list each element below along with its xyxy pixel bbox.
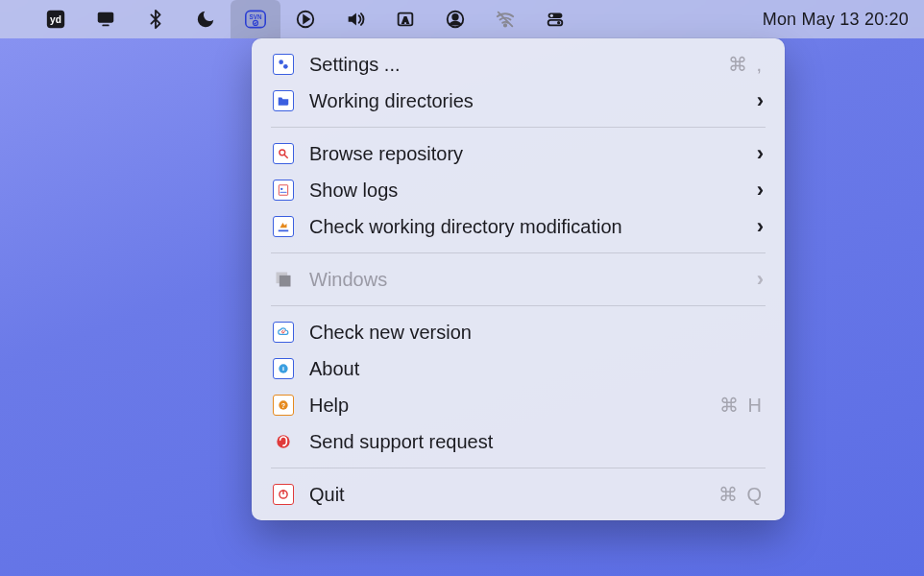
yd-icon[interactable]: yd	[31, 0, 81, 38]
menu-label: Quit	[309, 484, 718, 506]
chevron-right-icon: ›	[757, 143, 764, 164]
menu-shortcut: ⌘ ,	[728, 53, 764, 76]
help-icon: ?	[273, 395, 294, 416]
chevron-right-icon: ›	[757, 269, 764, 290]
wifi-off-icon[interactable]	[480, 0, 530, 38]
svg-point-20	[280, 150, 285, 156]
svg-point-17	[557, 21, 560, 24]
menu-label: Help	[309, 395, 719, 417]
power-icon	[273, 484, 294, 505]
svg-text:yd: yd	[50, 14, 61, 25]
menu-item-show-logs[interactable]: Show logs ›	[252, 172, 785, 208]
menu-item-about[interactable]: i About	[252, 350, 785, 387]
menu-label: Browse repository	[309, 143, 757, 165]
menu-separator	[271, 252, 766, 253]
do-not-disturb-icon[interactable]	[181, 0, 231, 38]
menubar: yd SVN A Mo	[0, 0, 924, 38]
cloud-check-icon	[273, 322, 294, 343]
svg-point-18	[279, 60, 283, 64]
menu-label: Working directories	[309, 90, 757, 112]
menu-shortcut: ⌘ H	[719, 394, 764, 417]
svg-point-16	[550, 14, 553, 17]
menu-item-working-directories[interactable]: Working directories ›	[252, 83, 785, 119]
svg-text:?: ?	[281, 402, 285, 409]
svn-icon[interactable]: SVN	[231, 0, 280, 38]
menu-separator	[271, 468, 766, 468]
svg-point-23	[280, 188, 282, 190]
menu-label: Check working directory modification	[309, 216, 757, 238]
keyboard-input-icon[interactable]: A	[380, 0, 430, 38]
menu-item-check-new-version[interactable]: Check new version	[252, 314, 785, 350]
menubar-icons: yd SVN A	[31, 0, 580, 38]
menu-separator	[271, 127, 766, 128]
menu-item-check-modification[interactable]: Check working directory modification ›	[252, 208, 785, 245]
menu-label: Windows	[309, 269, 757, 291]
svg-text:i: i	[282, 365, 284, 372]
support-icon	[273, 431, 294, 452]
menu-item-windows: Windows ›	[252, 261, 785, 298]
menu-label: Settings ...	[309, 54, 728, 76]
settings-gears-icon	[273, 54, 294, 75]
menu-label: Send support request	[309, 431, 764, 453]
user-account-icon[interactable]	[430, 0, 480, 38]
menubar-clock[interactable]: Mon May 13 20:20	[763, 10, 912, 30]
control-center-icon[interactable]	[530, 0, 580, 38]
svg-point-19	[283, 64, 288, 69]
menu-label: Show logs	[309, 180, 757, 202]
svg-text:SVN: SVN	[250, 13, 262, 20]
svg-point-12	[504, 24, 506, 26]
menu-item-help[interactable]: ? Help ⌘ H	[252, 387, 785, 423]
show-logs-icon	[273, 180, 294, 201]
menu-item-settings[interactable]: Settings ... ⌘ ,	[252, 46, 785, 83]
menu-separator	[271, 305, 766, 306]
check-mod-icon	[273, 216, 294, 237]
chevron-right-icon: ›	[757, 90, 764, 111]
display-icon[interactable]	[81, 0, 131, 38]
volume-icon[interactable]	[330, 0, 380, 38]
svn-dropdown-menu: Settings ... ⌘ , Working directories › B…	[252, 38, 785, 520]
svg-rect-22	[279, 185, 287, 196]
menu-item-browse-repository[interactable]: Browse repository ›	[252, 135, 785, 172]
folder-icon	[273, 90, 294, 111]
windows-icon	[273, 269, 294, 290]
svg-rect-26	[280, 276, 291, 287]
svg-rect-3	[102, 25, 109, 27]
svg-line-21	[284, 155, 288, 158]
info-icon: i	[273, 358, 294, 379]
menu-label: Check new version	[309, 322, 764, 344]
menu-item-send-support-request[interactable]: Send support request	[252, 423, 785, 460]
browse-repo-icon	[273, 143, 294, 164]
play-circle-icon[interactable]	[280, 0, 330, 38]
menu-label: About	[309, 358, 764, 380]
menu-item-quit[interactable]: Quit ⌘ Q	[252, 476, 785, 513]
svg-point-11	[452, 14, 458, 19]
menu-shortcut: ⌘ Q	[718, 483, 764, 506]
chevron-right-icon: ›	[757, 180, 764, 201]
svg-rect-2	[98, 12, 114, 23]
chevron-right-icon: ›	[757, 216, 764, 237]
svg-text:A: A	[402, 15, 409, 25]
bluetooth-icon[interactable]	[131, 0, 181, 38]
